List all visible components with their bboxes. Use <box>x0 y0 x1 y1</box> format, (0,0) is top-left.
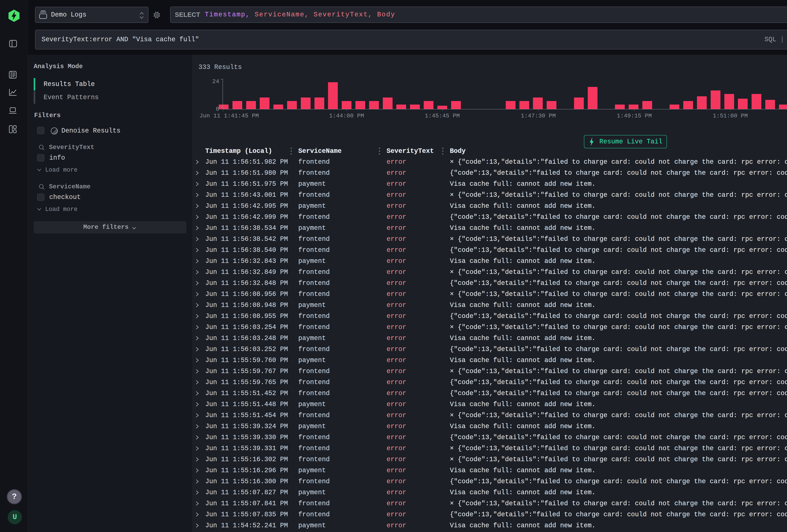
svg-text:0: 0 <box>216 106 219 112</box>
svg-text:1:44:00 PM: 1:44:00 PM <box>329 112 364 119</box>
svg-text:24: 24 <box>212 78 219 85</box>
svg-text:1:51:00 PM: 1:51:00 PM <box>713 112 748 119</box>
svg-text:1:49:15 PM: 1:49:15 PM <box>617 112 652 119</box>
svg-text:Jun 11 1:41:45 PM: Jun 11 1:41:45 PM <box>199 112 259 119</box>
svg-text:1:47:30 PM: 1:47:30 PM <box>521 112 556 119</box>
svg-text:1:45:45 PM: 1:45:45 PM <box>425 112 460 119</box>
